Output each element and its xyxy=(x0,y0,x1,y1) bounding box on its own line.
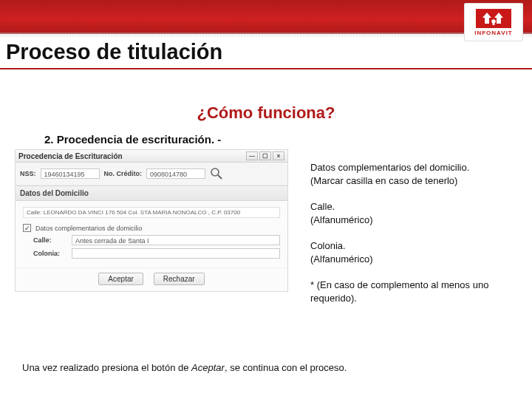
desc-line: Colonia. xyxy=(310,239,516,253)
topbar-shade xyxy=(0,33,532,37)
reject-button[interactable]: Rechazar xyxy=(154,273,205,285)
domicilio-section-body: Calle: LEONARDO DA VINCI 176 504 Col. ST… xyxy=(16,201,287,267)
brand-topbar xyxy=(0,0,532,34)
svg-rect-4 xyxy=(493,22,495,25)
step-heading: 2. Procedencia de escrituración. - xyxy=(44,133,221,146)
nss-label: NSS: xyxy=(20,170,36,177)
dialog-titlebar: Procedencia de Escrituración — ▢ x xyxy=(16,150,287,163)
dialog-buttons: Aceptar Rechazar xyxy=(16,267,287,291)
description-column: Datos complementarios del domicilio. (Ma… xyxy=(310,161,516,318)
desc-colonia: Colonia. (Alfanumérico) xyxy=(310,239,516,265)
brand-logo: INFONAVIT xyxy=(464,3,523,41)
credito-field[interactable]: 0908014780 xyxy=(146,168,205,179)
desc-line: (Alfanumérico) xyxy=(310,214,516,227)
accept-button[interactable]: Aceptar xyxy=(98,273,143,285)
id-row: NSS: 19460134195 No. Crédito: 0908014780 xyxy=(16,163,287,185)
desc-line: (Marcar casilla en caso de tenerlo) xyxy=(310,174,516,188)
infonavit-logo-icon xyxy=(476,9,511,28)
svg-point-5 xyxy=(211,168,219,176)
section-heading: ¿Cómo funciona? xyxy=(0,103,532,123)
address-display: Calle: LEONARDO DA VINCI 176 504 Col. ST… xyxy=(23,207,280,218)
footer-instruction: Una vez realizado presiona el botón de A… xyxy=(22,362,510,373)
footer-post: , se continua con el proceso. xyxy=(225,362,347,373)
brand-name: INFONAVIT xyxy=(474,30,513,36)
calle-label: Calle: xyxy=(33,236,67,244)
credito-label: No. Crédito: xyxy=(104,170,143,177)
desc-line: Calle. xyxy=(310,200,516,214)
domicilio-section-head: Datos del Domicilio xyxy=(16,185,287,201)
dialog-title: Procedencia de Escrituración xyxy=(18,152,123,160)
title-underline xyxy=(0,68,532,69)
colonia-input[interactable] xyxy=(72,248,280,259)
footer-pre: Una vez realizado presiona el botón de xyxy=(22,362,191,373)
complemento-label: Datos complementarios de domicilio xyxy=(35,225,143,232)
desc-datos-complementarios: Datos complementarios del domicilio. (Ma… xyxy=(310,161,516,187)
desc-calle: Calle. (Alfanumérico) xyxy=(310,200,516,226)
page-title: Proceso de titulación xyxy=(6,40,222,64)
calle-row: Calle: Antes cerrada de Santa I xyxy=(33,235,280,245)
desc-line: Datos complementarios del domicilio. xyxy=(310,161,516,174)
desc-line: * (En caso de complemento al menos uno r… xyxy=(310,279,516,304)
close-button[interactable]: x xyxy=(273,151,284,160)
svg-line-6 xyxy=(218,175,222,179)
calle-input[interactable]: Antes cerrada de Santa I xyxy=(72,235,280,245)
complemento-row: ✓ Datos complementarios de domicilio xyxy=(23,224,280,232)
nss-field[interactable]: 19460134195 xyxy=(41,168,100,179)
complemento-checkbox[interactable]: ✓ xyxy=(23,224,31,232)
colonia-row: Colonia: xyxy=(33,248,280,259)
search-icon[interactable] xyxy=(210,167,223,180)
colonia-label: Colonia: xyxy=(33,250,67,257)
footer-em: Aceptar xyxy=(191,362,225,373)
window-controls: — ▢ x xyxy=(246,151,284,160)
desc-line: (Alfanumérico) xyxy=(310,253,516,266)
minimize-button[interactable]: — xyxy=(246,151,258,160)
svg-rect-0 xyxy=(476,9,511,28)
desc-requerido: * (En caso de complemento al menos uno r… xyxy=(310,279,516,304)
escrituracion-dialog: Procedencia de Escrituración — ▢ x NSS: … xyxy=(15,149,288,292)
maximize-button[interactable]: ▢ xyxy=(259,151,271,160)
